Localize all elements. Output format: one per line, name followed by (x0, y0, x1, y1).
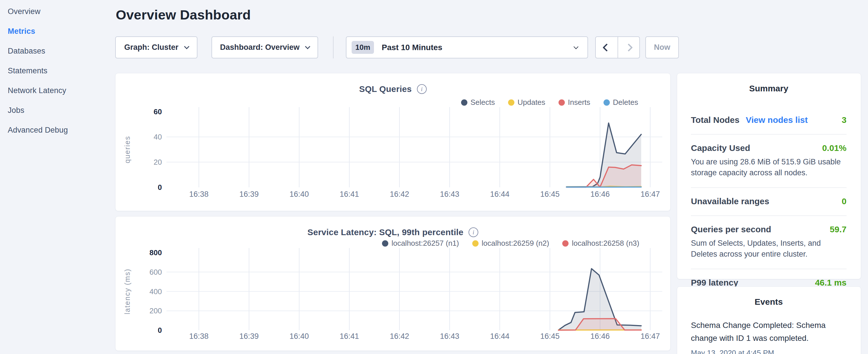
x-axis-tick-label: 16:40 (289, 332, 309, 341)
y-axis-tick-label: 600 (150, 268, 162, 277)
time-range-label: Past 10 Minutes (382, 43, 442, 52)
chevron-down-icon (305, 44, 310, 49)
x-axis-tick-label: 16:47 (641, 190, 660, 198)
time-range-pager (595, 36, 640, 58)
event-text: Schema Change Completed: Schema change w… (691, 319, 846, 345)
summary-row-queries-per-second: Queries per second 59.7 Sum of Selects, … (691, 215, 846, 269)
now-button[interactable]: Now (645, 36, 679, 58)
unavailable-ranges-value: 0 (842, 196, 846, 206)
x-axis-tick-label: 16:43 (440, 332, 459, 341)
next-range-button[interactable] (618, 37, 639, 58)
x-axis-tick-label: 16:44 (490, 190, 509, 198)
chevron-left-icon (602, 43, 611, 51)
sql-queries-chart-card: SQL Queries i Selects Updates Inserts (115, 73, 671, 211)
x-axis-tick-label: 16:43 (440, 190, 459, 198)
sidebar-item-statements[interactable]: Statements (0, 65, 115, 76)
sidebar-item-overview[interactable]: Overview (0, 6, 115, 17)
y-axis-unit-label: queries (123, 136, 131, 163)
time-range-dropdown[interactable]: 10m Past 10 Minutes (346, 36, 588, 58)
x-axis-tick-label: 16:39 (239, 332, 259, 341)
sidebar-item-databases[interactable]: Databases (0, 45, 115, 57)
x-axis-tick-label: 16:42 (390, 332, 409, 341)
x-axis-tick-label: 16:41 (340, 190, 359, 198)
y-axis-tick-label: 0 (158, 183, 162, 192)
y-axis-tick-label: 0 (158, 326, 162, 334)
y-axis-tick-label: 800 (150, 248, 162, 257)
sql-queries-chart-plot: 16:3816:3916:4016:4116:4216:4316:4416:45… (116, 73, 671, 212)
p99-latency-value: 46.1 ms (815, 278, 846, 288)
summary-row-capacity-used: Capacity Used 0.01% You are using 28.6 M… (691, 134, 846, 187)
sidebar-item-advanced-debug[interactable]: Advanced Debug (0, 124, 115, 136)
x-axis-tick-label: 16:41 (340, 332, 359, 341)
view-nodes-list-link[interactable]: View nodes list (746, 115, 808, 125)
total-nodes-value: 3 (842, 115, 846, 125)
overview-dashboard-page: Overview Metrics Databases Statements Ne… (0, 0, 868, 354)
summary-title: Summary (691, 84, 846, 93)
controls-divider (333, 36, 334, 58)
capacity-used-description: You are using 28.6 MiB of 515.9 GiB usab… (691, 156, 846, 178)
dashboard-dropdown[interactable]: Dashboard: Overview (212, 36, 318, 58)
chevron-down-icon (184, 44, 189, 49)
event-timestamp: May 13, 2020 at 4:45 PM (691, 349, 846, 354)
service-latency-chart-card: Service Latency: SQL, 99th percentile i … (115, 216, 671, 351)
sidebar-nav: Overview Metrics Databases Statements Ne… (0, 0, 115, 144)
previous-range-button[interactable] (596, 37, 618, 58)
graph-scope-dropdown[interactable]: Graph: Cluster (115, 36, 197, 58)
service-latency-chart-plot: 16:3816:3916:4016:4116:4216:4316:4416:45… (116, 217, 671, 351)
now-button-label: Now (654, 43, 670, 52)
y-axis-tick-label: 400 (150, 287, 162, 296)
main-content: Overview Dashboard Graph: Cluster Dashbo… (115, 0, 671, 354)
graph-scope-dropdown-label: Graph: Cluster (124, 43, 178, 52)
x-axis-tick-label: 16:46 (590, 190, 610, 198)
sidebar-item-network-latency[interactable]: Network Latency (0, 85, 115, 96)
x-axis-tick-label: 16:40 (289, 190, 309, 198)
x-axis-tick-label: 16:38 (189, 190, 209, 198)
chevron-right-icon (625, 43, 633, 51)
y-axis-tick-label: 40 (154, 133, 162, 141)
y-axis-unit-label: latency (ms) (123, 268, 131, 314)
x-axis-tick-label: 16:39 (239, 190, 259, 198)
x-axis-tick-label: 16:47 (641, 332, 660, 341)
summary-row-unavailable-ranges: Unavailable ranges 0 (691, 187, 846, 215)
x-axis-tick-label: 16:38 (189, 332, 209, 341)
x-axis-tick-label: 16:42 (390, 190, 409, 198)
x-axis-tick-label: 16:44 (490, 332, 509, 341)
time-range-badge: 10m (351, 41, 374, 54)
x-axis-tick-label: 16:46 (590, 332, 610, 341)
queries-per-second-value: 59.7 (830, 225, 846, 234)
capacity-used-value: 0.01% (822, 143, 846, 153)
x-axis-tick-label: 16:45 (540, 332, 560, 341)
events-panel: Events Schema Change Completed: Schema c… (677, 286, 861, 354)
y-axis-tick-label: 20 (154, 158, 162, 166)
page-title: Overview Dashboard (116, 7, 251, 23)
sidebar-item-metrics[interactable]: Metrics (0, 26, 115, 37)
sidebar-item-jobs[interactable]: Jobs (0, 104, 115, 116)
chevron-down-icon (574, 44, 579, 49)
event-list-item: Schema Change Completed: Schema change w… (691, 319, 846, 354)
dashboard-dropdown-label: Dashboard: Overview (220, 43, 300, 52)
x-axis-tick-label: 16:45 (540, 190, 560, 198)
summary-row-total-nodes: Total Nodes View nodes list 3 (691, 106, 846, 134)
events-title: Events (691, 297, 846, 307)
y-axis-tick-label: 200 (150, 307, 162, 315)
summary-panel: Summary Total Nodes View nodes list 3 Ca… (677, 73, 861, 279)
queries-per-second-description: Sum of Selects, Updates, Inserts, and De… (691, 238, 846, 259)
y-axis-tick-label: 60 (154, 107, 162, 116)
